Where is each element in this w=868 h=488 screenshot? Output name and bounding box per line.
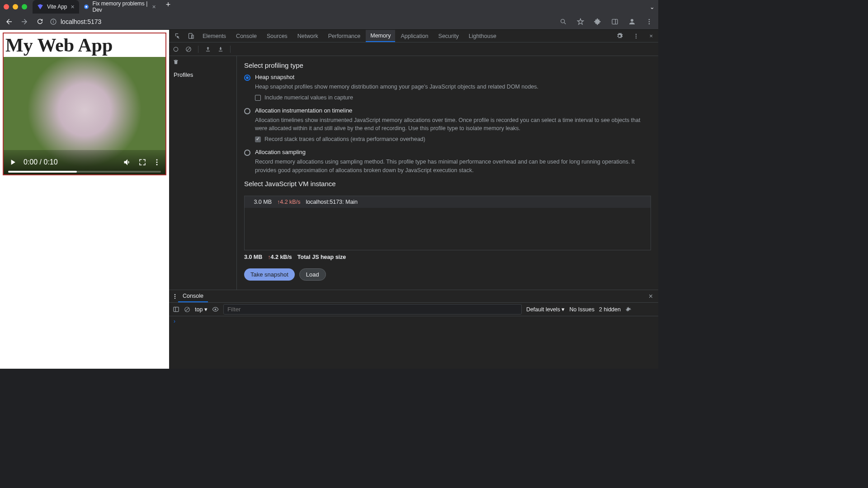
new-tab-button[interactable]: +: [160, 0, 176, 14]
tab-title: Fix memory problems | Dev: [93, 0, 149, 13]
record-icon[interactable]: [173, 46, 179, 52]
tab-memory[interactable]: Memory: [366, 30, 395, 42]
console-settings-icon[interactable]: [625, 306, 632, 313]
tab-console[interactable]: Console: [231, 30, 261, 42]
timeline-desc: Allocation timelines show instrumented J…: [255, 116, 651, 132]
checkbox-icon[interactable]: [255, 136, 261, 142]
tab-performance[interactable]: Performance: [324, 30, 365, 42]
fullscreen-icon[interactable]: [138, 158, 146, 166]
close-tab-icon[interactable]: ×: [71, 3, 74, 10]
url-text: localhost:5173: [61, 18, 101, 25]
play-icon[interactable]: [8, 158, 17, 167]
menu-icon[interactable]: [644, 16, 655, 27]
video-time: 0:00 / 0:10: [24, 158, 58, 166]
download-icon[interactable]: [217, 46, 224, 52]
inspect-element-icon[interactable]: [172, 33, 184, 39]
svg-point-18: [636, 33, 637, 34]
svg-rect-27: [174, 307, 179, 312]
heap-desc: Heap snapshot profiles show memory distr…: [255, 83, 651, 91]
drawer-more-icon[interactable]: [172, 293, 178, 300]
browser-tab-strip: Vite App × Fix memory problems | Dev × +…: [0, 0, 658, 14]
address-bar[interactable]: localhost:5173: [50, 18, 101, 25]
svg-point-14: [156, 162, 158, 163]
devtools-close-icon[interactable]: ×: [646, 33, 656, 39]
option-allocation-sampling[interactable]: Allocation sampling: [244, 149, 651, 156]
live-expression-icon[interactable]: [212, 306, 219, 313]
memory-sidebar: Profiles: [169, 56, 237, 290]
devtools-more-icon[interactable]: [630, 33, 642, 39]
settings-icon[interactable]: [613, 33, 626, 39]
profile-icon[interactable]: [627, 16, 637, 27]
option-allocation-timeline[interactable]: Allocation instrumentation on timeline: [244, 107, 651, 114]
tab-elements[interactable]: Elements: [198, 30, 231, 42]
tab-application[interactable]: Application: [396, 30, 433, 42]
tab-fix-memory[interactable]: Fix memory problems | Dev ×: [79, 0, 160, 14]
close-tab-icon[interactable]: ×: [152, 3, 156, 10]
browser-toolbar: localhost:5173: [0, 14, 658, 30]
video-more-icon[interactable]: [153, 158, 161, 166]
console-prompt[interactable]: ›: [169, 316, 658, 326]
console-sidebar-icon[interactable]: [173, 306, 179, 313]
log-levels-selector[interactable]: Default levels ▾: [526, 306, 565, 313]
tab-sources[interactable]: Sources: [262, 30, 292, 42]
vite-favicon-icon: [37, 4, 43, 10]
svg-rect-7: [612, 19, 618, 24]
vm-footer: 3.0 MB ↑4.2 kB/s Total JS heap size: [237, 250, 658, 264]
svg-point-11: [649, 21, 650, 22]
back-button[interactable]: [4, 16, 14, 27]
tab-security[interactable]: Security: [434, 30, 463, 42]
vm-instance-title: Select JavaScript VM instance: [244, 180, 651, 188]
svg-point-15: [156, 164, 158, 165]
tab-lighthouse[interactable]: Lighthouse: [464, 30, 501, 42]
svg-line-6: [564, 23, 566, 24]
close-window-button[interactable]: [4, 4, 9, 9]
forward-button[interactable]: [19, 16, 30, 27]
tab-search-icon[interactable]: ⌄: [650, 4, 655, 10]
svg-point-20: [636, 37, 637, 38]
svg-point-31: [215, 309, 217, 310]
clear-icon[interactable]: [185, 46, 192, 52]
vm-instance-row[interactable]: 3.0 MB ↑4.2 kB/s localhost:5173: Main: [245, 196, 651, 208]
video-player[interactable]: 0:00 / 0:10: [4, 57, 165, 174]
tab-network[interactable]: Network: [293, 30, 323, 42]
radio-icon[interactable]: [244, 75, 250, 81]
vm-instance-list: 3.0 MB ↑4.2 kB/s localhost:5173: Main: [244, 196, 651, 250]
video-progress[interactable]: [8, 171, 161, 173]
option-heap-snapshot[interactable]: Heap snapshot: [244, 74, 651, 81]
svg-point-1: [85, 6, 87, 8]
collect-garbage-icon[interactable]: [173, 59, 233, 65]
svg-rect-3: [53, 21, 53, 23]
device-toggle-icon[interactable]: [185, 33, 197, 39]
heap-checkbox-row[interactable]: Include numerical values in capture: [255, 94, 651, 101]
no-issues-label[interactable]: No Issues: [569, 306, 594, 313]
svg-point-25: [175, 296, 175, 296]
extensions-icon[interactable]: [592, 16, 603, 27]
page-viewport: My Web App 0:00 / 0:10: [0, 30, 169, 369]
minimize-window-button[interactable]: [13, 4, 18, 9]
checkbox-icon[interactable]: [255, 95, 261, 101]
devtools-panel: Elements Console Sources Network Perform…: [169, 30, 658, 369]
take-snapshot-button[interactable]: Take snapshot: [244, 268, 295, 281]
bookmark-icon[interactable]: [575, 16, 586, 27]
drawer-close-icon[interactable]: ×: [646, 292, 656, 300]
radio-icon[interactable]: [244, 150, 250, 156]
volume-icon[interactable]: [123, 158, 132, 167]
zoom-icon[interactable]: [558, 16, 569, 27]
timeline-checkbox-row[interactable]: Record stack traces of allocations (extr…: [255, 136, 651, 142]
load-button[interactable]: Load: [299, 268, 326, 281]
console-clear-icon[interactable]: [184, 306, 190, 313]
tab-vite-app[interactable]: Vite App ×: [33, 0, 79, 14]
radio-icon[interactable]: [244, 108, 250, 114]
tabs: Vite App × Fix memory problems | Dev × +: [33, 0, 176, 14]
svg-line-23: [187, 47, 190, 51]
context-selector[interactable]: top ▾: [195, 306, 208, 313]
maximize-window-button[interactable]: [22, 4, 27, 9]
drawer-tab-console[interactable]: Console: [178, 290, 208, 302]
console-filter-input[interactable]: [223, 304, 522, 314]
side-panel-icon[interactable]: [609, 16, 620, 27]
upload-icon[interactable]: [205, 46, 211, 52]
hidden-count[interactable]: 2 hidden: [599, 306, 621, 313]
reload-button[interactable]: [34, 16, 45, 27]
tab-title: Vite App: [47, 4, 67, 10]
site-info-icon[interactable]: [50, 18, 57, 25]
